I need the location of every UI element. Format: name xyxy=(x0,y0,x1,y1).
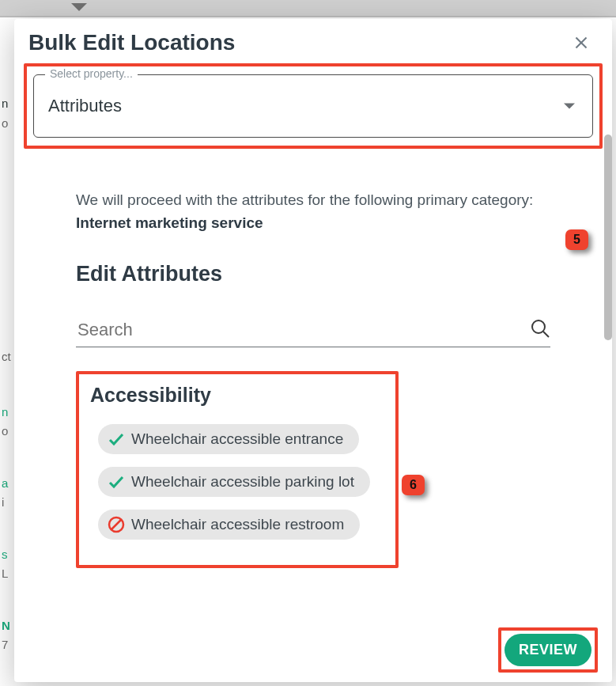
search-icon xyxy=(530,318,550,342)
intro-text: We will proceed with the attributes for … xyxy=(76,188,550,235)
bg-text-fragment: ct xyxy=(2,350,11,363)
prohibit-icon xyxy=(108,516,125,533)
annotation-badge-6: 6 xyxy=(402,475,425,495)
check-icon xyxy=(108,473,125,491)
bg-text-fragment: n xyxy=(2,405,8,419)
modal-footer: REVIEW xyxy=(493,623,603,677)
group-title: Accessibility xyxy=(90,384,384,407)
chip-label: Wheelchair accessible parking lot xyxy=(131,473,354,491)
modal-body: Select property... Attributes 5 We will … xyxy=(14,63,612,682)
review-button[interactable]: REVIEW xyxy=(505,634,591,666)
highlight-box-7: REVIEW xyxy=(498,627,598,673)
chip-label: Wheelchair accessible restroom xyxy=(131,516,344,533)
modal-title: Bulk Edit Locations xyxy=(28,30,235,55)
modal-content: We will proceed with the attributes for … xyxy=(24,149,603,568)
modal-header: Bulk Edit Locations xyxy=(14,19,612,63)
close-icon xyxy=(574,34,588,51)
bg-text-fragment: o xyxy=(2,424,8,438)
property-select-value: Attributes xyxy=(48,96,578,116)
bg-text-fragment: n xyxy=(2,97,8,110)
bg-text-fragment: s xyxy=(2,548,8,561)
svg-line-3 xyxy=(543,332,549,337)
annotation-badge-5: 5 xyxy=(565,229,588,250)
intro-prefix: We will proceed with the attributes for … xyxy=(76,191,533,208)
bg-text-fragment: a xyxy=(2,476,8,490)
bg-text-fragment: 7 xyxy=(2,638,8,651)
section-title: Edit Attributes xyxy=(76,262,550,286)
bg-text-fragment: i xyxy=(2,495,4,509)
chip-label: Wheelchair accessible entrance xyxy=(131,430,343,448)
bg-text-fragment: L xyxy=(2,567,8,580)
highlight-box-6: Accessibility Wheelchair accessible entr… xyxy=(76,371,399,568)
check-icon xyxy=(108,430,125,448)
bg-text-fragment: N xyxy=(2,619,10,632)
property-select[interactable]: Select property... Attributes xyxy=(33,74,593,138)
attribute-chip[interactable]: Wheelchair accessible restroom xyxy=(98,510,360,540)
close-button[interactable] xyxy=(569,31,593,55)
attribute-chip[interactable]: Wheelchair accessible entrance xyxy=(98,424,359,454)
svg-point-2 xyxy=(532,320,545,333)
scrollbar-thumb[interactable] xyxy=(604,135,612,340)
intro-category: Internet marketing service xyxy=(76,214,263,231)
chevron-down-icon xyxy=(564,104,575,109)
property-select-label: Select property... xyxy=(45,67,138,80)
attributes-block: Accessibility Wheelchair accessible entr… xyxy=(76,371,550,568)
search-field[interactable] xyxy=(76,318,550,347)
background-toolbar xyxy=(0,0,616,17)
svg-line-5 xyxy=(111,519,122,529)
attribute-chip[interactable]: Wheelchair accessible parking lot xyxy=(98,467,370,497)
dropdown-caret-icon xyxy=(71,3,87,11)
background-left-column: n o ct n o a i s L N 7 xyxy=(0,17,14,686)
search-input[interactable] xyxy=(76,319,530,341)
bg-text-fragment: o xyxy=(2,116,8,130)
bulk-edit-modal: Bulk Edit Locations Select property... A… xyxy=(14,19,612,682)
highlight-box-5: Select property... Attributes xyxy=(24,63,603,149)
